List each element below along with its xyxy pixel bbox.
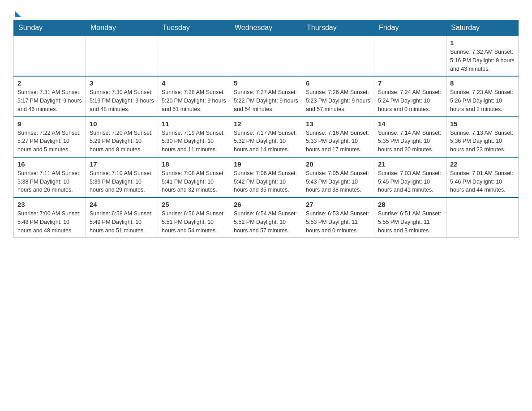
day-info: Sunrise: 7:01 AM Sunset: 5:46 PM Dayligh… — [450, 169, 515, 194]
calendar-cell: 3Sunrise: 7:30 AM Sunset: 5:19 PM Daylig… — [86, 76, 158, 116]
day-number: 2 — [17, 79, 82, 87]
logo-arrow-icon — [15, 11, 21, 17]
calendar-week-row: 1Sunrise: 7:32 AM Sunset: 5:16 PM Daylig… — [14, 36, 519, 76]
day-number: 13 — [306, 120, 370, 128]
calendar-cell: 16Sunrise: 7:11 AM Sunset: 5:38 PM Dayli… — [14, 157, 86, 197]
day-info: Sunrise: 7:11 AM Sunset: 5:38 PM Dayligh… — [17, 169, 82, 194]
calendar-cell: 23Sunrise: 7:00 AM Sunset: 5:48 PM Dayli… — [14, 197, 86, 238]
calendar-cell: 24Sunrise: 6:58 AM Sunset: 5:49 PM Dayli… — [86, 197, 158, 238]
calendar-cell: 15Sunrise: 7:13 AM Sunset: 5:36 PM Dayli… — [446, 117, 519, 157]
calendar-cell: 19Sunrise: 7:06 AM Sunset: 5:42 PM Dayli… — [230, 157, 302, 197]
calendar-cell — [14, 36, 86, 76]
calendar-cell — [446, 197, 519, 238]
day-number: 28 — [378, 201, 442, 208]
day-info: Sunrise: 7:26 AM Sunset: 5:23 PM Dayligh… — [306, 88, 370, 113]
calendar-cell: 11Sunrise: 7:19 AM Sunset: 5:30 PM Dayli… — [158, 117, 230, 157]
calendar-cell: 5Sunrise: 7:27 AM Sunset: 5:22 PM Daylig… — [230, 76, 302, 116]
day-of-week-header: Tuesday — [158, 20, 230, 36]
calendar-cell — [302, 36, 374, 76]
calendar-cell: 6Sunrise: 7:26 AM Sunset: 5:23 PM Daylig… — [302, 76, 374, 116]
day-info: Sunrise: 6:58 AM Sunset: 5:49 PM Dayligh… — [90, 210, 154, 235]
calendar-cell: 1Sunrise: 7:32 AM Sunset: 5:16 PM Daylig… — [446, 36, 519, 76]
day-number: 18 — [162, 160, 226, 168]
day-number: 16 — [17, 160, 82, 168]
day-info: Sunrise: 7:20 AM Sunset: 5:29 PM Dayligh… — [90, 129, 154, 154]
calendar-cell: 8Sunrise: 7:23 AM Sunset: 5:26 PM Daylig… — [446, 76, 519, 116]
day-number: 27 — [306, 201, 370, 208]
day-info: Sunrise: 7:22 AM Sunset: 5:27 PM Dayligh… — [17, 129, 82, 154]
day-info: Sunrise: 7:05 AM Sunset: 5:43 PM Dayligh… — [306, 169, 370, 194]
day-info: Sunrise: 7:06 AM Sunset: 5:42 PM Dayligh… — [234, 169, 298, 194]
calendar-cell: 21Sunrise: 7:03 AM Sunset: 5:45 PM Dayli… — [374, 157, 446, 197]
day-number: 25 — [162, 201, 226, 208]
calendar-cell: 7Sunrise: 7:24 AM Sunset: 5:24 PM Daylig… — [374, 76, 446, 116]
page-header — [13, 9, 519, 15]
day-of-week-header: Monday — [86, 20, 158, 36]
calendar-cell: 14Sunrise: 7:14 AM Sunset: 5:35 PM Dayli… — [374, 117, 446, 157]
day-info: Sunrise: 7:27 AM Sunset: 5:22 PM Dayligh… — [234, 88, 298, 113]
calendar-cell: 26Sunrise: 6:54 AM Sunset: 5:52 PM Dayli… — [230, 197, 302, 238]
day-number: 14 — [378, 120, 442, 128]
day-of-week-header: Saturday — [446, 20, 519, 36]
calendar-cell: 25Sunrise: 6:56 AM Sunset: 5:51 PM Dayli… — [158, 197, 230, 238]
day-info: Sunrise: 7:10 AM Sunset: 5:39 PM Dayligh… — [90, 169, 154, 194]
day-number: 9 — [17, 120, 82, 128]
day-info: Sunrise: 7:19 AM Sunset: 5:30 PM Dayligh… — [162, 129, 226, 154]
calendar-cell: 13Sunrise: 7:16 AM Sunset: 5:33 PM Dayli… — [302, 117, 374, 157]
day-number: 23 — [17, 201, 82, 208]
day-info: Sunrise: 7:24 AM Sunset: 5:24 PM Dayligh… — [378, 88, 442, 113]
calendar-cell: 27Sunrise: 6:53 AM Sunset: 5:53 PM Dayli… — [302, 197, 374, 238]
day-number: 6 — [306, 79, 370, 87]
calendar-cell: 22Sunrise: 7:01 AM Sunset: 5:46 PM Dayli… — [446, 157, 519, 197]
day-number: 20 — [306, 160, 370, 168]
calendar-cell — [374, 36, 446, 76]
day-info: Sunrise: 7:32 AM Sunset: 5:16 PM Dayligh… — [450, 48, 515, 73]
day-number: 17 — [90, 160, 154, 168]
day-of-week-header: Wednesday — [230, 20, 302, 36]
calendar-cell: 20Sunrise: 7:05 AM Sunset: 5:43 PM Dayli… — [302, 157, 374, 197]
day-number: 22 — [450, 160, 515, 168]
calendar-cell: 4Sunrise: 7:28 AM Sunset: 5:20 PM Daylig… — [158, 76, 230, 116]
day-number: 24 — [90, 201, 154, 208]
day-number: 1 — [450, 39, 515, 47]
day-of-week-header: Friday — [374, 20, 446, 36]
logo — [13, 9, 21, 15]
calendar-week-row: 2Sunrise: 7:31 AM Sunset: 5:17 PM Daylig… — [14, 76, 519, 116]
calendar-table: SundayMondayTuesdayWednesdayThursdayFrid… — [13, 20, 519, 238]
calendar-header-row: SundayMondayTuesdayWednesdayThursdayFrid… — [14, 20, 519, 36]
calendar-cell — [158, 36, 230, 76]
calendar-cell: 10Sunrise: 7:20 AM Sunset: 5:29 PM Dayli… — [86, 117, 158, 157]
day-of-week-header: Sunday — [14, 20, 86, 36]
day-info: Sunrise: 7:16 AM Sunset: 5:33 PM Dayligh… — [306, 129, 370, 154]
day-number: 7 — [378, 79, 442, 87]
day-info: Sunrise: 7:00 AM Sunset: 5:48 PM Dayligh… — [17, 210, 82, 235]
day-info: Sunrise: 7:17 AM Sunset: 5:32 PM Dayligh… — [234, 129, 298, 154]
day-number: 11 — [162, 120, 226, 128]
day-number: 4 — [162, 79, 226, 87]
day-info: Sunrise: 7:23 AM Sunset: 5:26 PM Dayligh… — [450, 88, 515, 113]
day-number: 15 — [450, 120, 515, 128]
day-number: 8 — [450, 79, 515, 87]
day-of-week-header: Thursday — [302, 20, 374, 36]
calendar-cell: 18Sunrise: 7:08 AM Sunset: 5:41 PM Dayli… — [158, 157, 230, 197]
day-info: Sunrise: 6:51 AM Sunset: 5:55 PM Dayligh… — [378, 210, 442, 235]
calendar-cell: 12Sunrise: 7:17 AM Sunset: 5:32 PM Dayli… — [230, 117, 302, 157]
calendar-cell: 17Sunrise: 7:10 AM Sunset: 5:39 PM Dayli… — [86, 157, 158, 197]
calendar-cell — [230, 36, 302, 76]
calendar-week-row: 23Sunrise: 7:00 AM Sunset: 5:48 PM Dayli… — [14, 197, 519, 238]
day-info: Sunrise: 6:53 AM Sunset: 5:53 PM Dayligh… — [306, 210, 370, 235]
day-info: Sunrise: 7:28 AM Sunset: 5:20 PM Dayligh… — [162, 88, 226, 113]
day-number: 10 — [90, 120, 154, 128]
day-number: 3 — [90, 79, 154, 87]
day-info: Sunrise: 6:54 AM Sunset: 5:52 PM Dayligh… — [234, 210, 298, 235]
day-info: Sunrise: 7:30 AM Sunset: 5:19 PM Dayligh… — [90, 88, 154, 113]
day-number: 12 — [234, 120, 298, 128]
day-info: Sunrise: 7:14 AM Sunset: 5:35 PM Dayligh… — [378, 129, 442, 154]
day-info: Sunrise: 7:08 AM Sunset: 5:41 PM Dayligh… — [162, 169, 226, 194]
calendar-cell: 2Sunrise: 7:31 AM Sunset: 5:17 PM Daylig… — [14, 76, 86, 116]
calendar-week-row: 9Sunrise: 7:22 AM Sunset: 5:27 PM Daylig… — [14, 117, 519, 157]
day-info: Sunrise: 6:56 AM Sunset: 5:51 PM Dayligh… — [162, 210, 226, 235]
calendar-cell — [86, 36, 158, 76]
calendar-week-row: 16Sunrise: 7:11 AM Sunset: 5:38 PM Dayli… — [14, 157, 519, 197]
calendar-cell: 28Sunrise: 6:51 AM Sunset: 5:55 PM Dayli… — [374, 197, 446, 238]
